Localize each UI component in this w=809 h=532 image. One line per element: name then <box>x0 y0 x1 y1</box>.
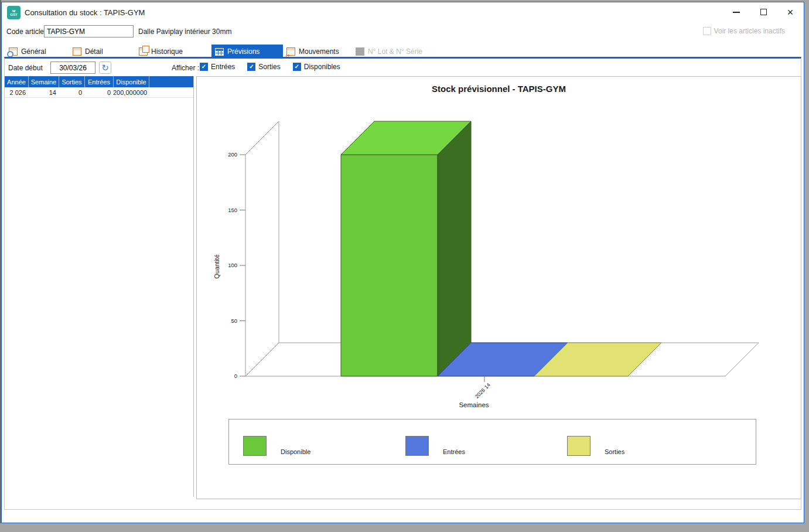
table-cell: 2 026 <box>5 87 28 97</box>
date-debut-label: Date début <box>8 64 43 72</box>
table-icon <box>215 48 224 56</box>
close-button[interactable]: × <box>777 2 804 22</box>
tab-label: Mouvements <box>299 47 339 56</box>
box-history-icon <box>139 47 148 56</box>
checkbox-disponibles[interactable]: ✓Disponibles <box>293 63 340 71</box>
gray-square-icon <box>356 47 364 56</box>
box-icon <box>73 47 81 56</box>
voir-inactifs-label: Voir les articles inactifs <box>714 27 785 35</box>
svg-text:2026 14: 2026 14 <box>474 382 491 400</box>
box-arrows-icon <box>286 47 295 56</box>
app-icon-text-bottom: GST <box>10 13 17 16</box>
checkbox-label: Entrées <box>211 63 235 71</box>
column-header-semaine[interactable]: Semaine <box>28 76 59 87</box>
table-cell: 200,000000 <box>113 87 149 97</box>
checkbox-unchecked-icon <box>703 27 711 35</box>
series-checkbox-row: ✓Entrées✓Sorties✓Disponibles <box>200 63 353 71</box>
legend-entry-sorties: Sorties <box>567 436 624 456</box>
filter-row: Date début ↻ Afficher : ✓Entrées✓Sorties… <box>5 59 801 76</box>
header-row: Code article Dalle Paviplay intérieur 30… <box>2 25 804 39</box>
box-search-icon <box>9 47 18 56</box>
tab-label: Prévisions <box>227 47 260 56</box>
forecast-grid-panel: AnnéeSemaineSortiesEntréesDisponible 2 0… <box>5 76 194 497</box>
checkbox-checked-icon: ✓ <box>293 63 301 71</box>
date-debut-input[interactable] <box>50 62 95 74</box>
tab-label: Historique <box>151 47 183 56</box>
legend-label: Disponible <box>281 448 310 456</box>
checkbox-sorties[interactable]: ✓Sorties <box>247 63 280 71</box>
chart-panel: 0501001502002026 14SemainesQuantité Stoc… <box>196 76 801 499</box>
table-cell: 0 <box>84 87 113 97</box>
checkbox-label: Disponibles <box>304 63 340 71</box>
tab-label: N° Lot & N° Série <box>368 47 422 56</box>
app-icon-text-top: w <box>12 9 15 13</box>
checkbox-label: Sorties <box>258 63 280 71</box>
svg-text:200: 200 <box>228 151 237 158</box>
window-title: Consultation du stock : TAPIS-GYM <box>25 8 145 17</box>
close-icon: × <box>787 7 794 18</box>
refresh-icon: ↻ <box>101 63 109 72</box>
tab-label: Détail <box>85 47 103 56</box>
checkbox-checked-icon: ✓ <box>247 63 255 71</box>
minimize-button[interactable] <box>723 2 750 22</box>
chart-legend: DisponibleEntréesSorties <box>228 419 756 465</box>
app-icon: w GST <box>7 6 21 19</box>
maximize-icon <box>760 9 767 15</box>
voir-inactifs-checkbox: Voir les articles inactifs <box>703 27 785 35</box>
grid-header: AnnéeSemaineSortiesEntréesDisponible <box>5 76 193 87</box>
checkbox-entr-es[interactable]: ✓Entrées <box>200 63 235 71</box>
column-header-sorties[interactable]: Sorties <box>59 76 84 87</box>
column-header-ann-e[interactable]: Année <box>5 76 28 87</box>
column-header-filler <box>149 76 193 87</box>
legend-swatch <box>567 436 590 456</box>
column-header-disponible[interactable]: Disponible <box>113 76 149 87</box>
maximize-button[interactable] <box>750 2 777 22</box>
previsions-page: Date début ↻ Afficher : ✓Entrées✓Sorties… <box>4 57 801 510</box>
svg-text:Quantité: Quantité <box>213 254 220 279</box>
grid-body: 2 0261400200,000000 <box>5 87 193 98</box>
legend-entry-disponible: Disponible <box>243 436 310 456</box>
afficher-label: Afficher : <box>172 64 199 72</box>
window-controls: × <box>723 2 804 22</box>
table-cell: 14 <box>28 87 59 97</box>
minimize-icon <box>733 12 740 13</box>
code-article-label: Code article <box>6 28 44 36</box>
table-cell: 0 <box>59 87 84 97</box>
app-window: w GST Consultation du stock : TAPIS-GYM … <box>1 2 804 523</box>
legend-swatch <box>243 436 267 456</box>
svg-text:150: 150 <box>228 207 237 213</box>
checkbox-checked-icon: ✓ <box>200 63 208 71</box>
legend-entry-entr-es: Entrées <box>405 436 465 456</box>
refresh-button[interactable]: ↻ <box>99 62 111 74</box>
legend-swatch <box>405 436 429 456</box>
svg-text:100: 100 <box>228 262 237 268</box>
article-description: Dalle Paviplay intérieur 30mm <box>138 28 231 36</box>
title-bar: w GST Consultation du stock : TAPIS-GYM … <box>2 2 804 23</box>
table-row[interactable]: 2 0261400200,000000 <box>5 87 193 98</box>
svg-text:0: 0 <box>234 373 237 379</box>
svg-text:Semaines: Semaines <box>459 401 489 408</box>
legend-label: Sorties <box>605 448 624 456</box>
code-article-input[interactable] <box>44 25 134 37</box>
chart-title: Stock prévisionnel - TAPIS-GYM <box>197 84 801 94</box>
tab-label: Général <box>21 47 46 56</box>
svg-text:50: 50 <box>231 318 237 324</box>
column-header-entr-es[interactable]: Entrées <box>84 76 113 87</box>
legend-label: Entrées <box>443 448 465 456</box>
